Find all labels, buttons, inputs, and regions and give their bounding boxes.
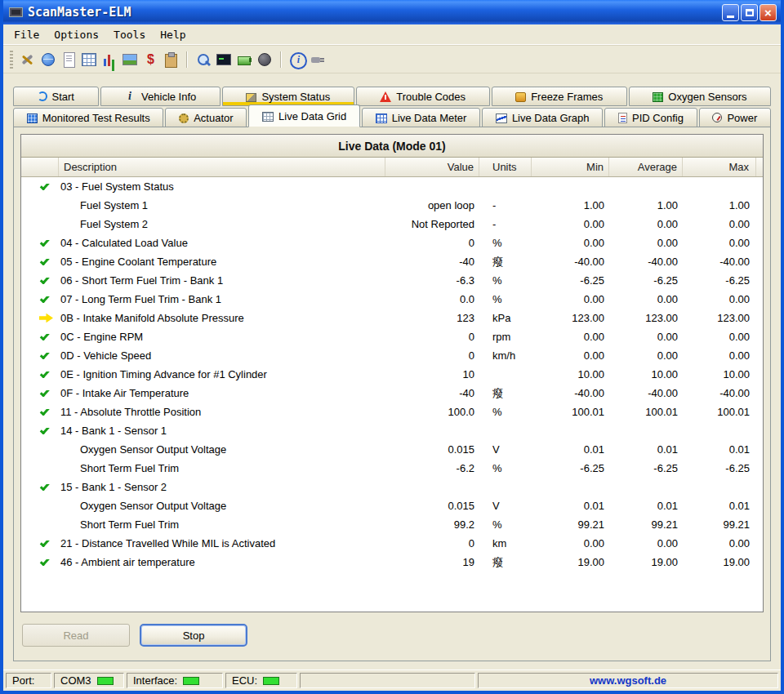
tab-power[interactable]: Power: [699, 108, 771, 127]
column-header-min[interactable]: Min: [532, 158, 609, 176]
tab-monitored-test-results[interactable]: Monitored Test Results: [13, 108, 163, 127]
data-row[interactable]: 11 - Absolute Throttle Position100.0%100…: [21, 403, 763, 421]
data-row[interactable]: 03 - Fuel System Status: [21, 177, 763, 196]
data-row[interactable]: 0E - Ignition Timing Advance for #1 Cyli…: [21, 365, 763, 384]
data-row[interactable]: 0B - Intake Manifold Absolute Pressure12…: [21, 309, 763, 327]
check-icon: [40, 184, 50, 190]
check-icon: [40, 240, 50, 247]
tab-system-status[interactable]: System Status: [222, 87, 354, 106]
port-value-cell: COM3: [54, 673, 124, 688]
data-row[interactable]: 15 - Bank 1 - Sensor 2: [21, 478, 763, 496]
tab-row-2: Monitored Test ResultsActuatorLive Data …: [13, 106, 771, 127]
titlebar[interactable]: ScanMaster-ELM ×: [3, 0, 781, 24]
data-row[interactable]: 05 - Engine Coolant Temperature-40癈-40.0…: [21, 252, 763, 271]
website-link[interactable]: www.wgsoft.de: [590, 674, 666, 687]
data-row[interactable]: 0D - Vehicle Speed0km/h0.000.000.00: [21, 346, 763, 365]
close-button[interactable]: ×: [760, 4, 777, 21]
description-cell: 03 - Fuel System Status: [59, 180, 385, 193]
clipboard-icon[interactable]: [162, 51, 180, 69]
offline-globe-icon[interactable]: [256, 51, 274, 69]
min-cell: -6.25: [532, 274, 609, 287]
min-cell: 0.00: [532, 237, 609, 249]
monitored-tests-icon: [27, 113, 38, 123]
tab-live-data-meter[interactable]: Live Data Meter: [362, 108, 480, 127]
column-header-description[interactable]: Description: [59, 158, 385, 176]
average-cell: 10.00: [609, 368, 683, 380]
search-icon[interactable]: [194, 51, 212, 69]
tab-live-data-grid[interactable]: Live Data Grid: [248, 105, 360, 127]
units-cell: km/h: [479, 349, 532, 362]
data-row[interactable]: Oxygen Sensor Output Voltage0.015V0.010.…: [21, 440, 763, 459]
tab-trouble-codes[interactable]: Trouble Codes: [356, 87, 490, 106]
minimize-button[interactable]: [722, 4, 739, 21]
max-cell: 0.00: [683, 237, 756, 249]
tab-pid-config[interactable]: PID Config: [604, 108, 697, 127]
average-cell: -6.25: [609, 462, 683, 474]
data-row[interactable]: Short Term Fuel Trim-6.2%-6.25-6.25-6.25: [21, 459, 763, 478]
min-cell: 0.00: [532, 537, 609, 549]
plug-icon[interactable]: [309, 51, 327, 69]
data-row[interactable]: 0C - Engine RPM0rpm0.000.000.00: [21, 327, 763, 346]
stop-button[interactable]: Stop: [140, 624, 247, 647]
value-cell: -40: [385, 387, 479, 399]
menu-tools[interactable]: Tools: [106, 26, 153, 43]
tab-vehicle-info[interactable]: Vehicle Info: [100, 87, 220, 106]
chart-icon[interactable]: [100, 51, 118, 69]
value-cell: 0.015: [385, 443, 479, 456]
row-status-cell: [21, 259, 59, 265]
tab-start[interactable]: Start: [13, 87, 99, 106]
current-row-arrow-icon: [39, 313, 53, 323]
data-row[interactable]: 46 - Ambient air temperature19癈19.0019.0…: [21, 553, 763, 572]
column-header-icon[interactable]: [21, 158, 59, 176]
data-table-icon[interactable]: [80, 51, 98, 69]
terminal-icon[interactable]: [215, 51, 233, 69]
tab-freeze-frames[interactable]: Freeze Frames: [492, 87, 627, 106]
max-cell: 0.00: [683, 331, 756, 343]
info-icon[interactable]: [288, 51, 306, 69]
battery-icon[interactable]: [235, 51, 253, 69]
value-cell: 19: [385, 556, 479, 568]
column-header-average[interactable]: Average: [609, 158, 683, 176]
data-row[interactable]: Short Term Fuel Trim99.2%99.2199.2199.21: [21, 515, 763, 534]
menu-file[interactable]: File: [7, 26, 47, 43]
menu-help[interactable]: Help: [153, 26, 193, 43]
license-icon[interactable]: [141, 51, 159, 69]
tab-label: Live Data Graph: [512, 112, 590, 124]
check-icon: [40, 371, 50, 378]
menu-options[interactable]: Options: [47, 26, 106, 43]
units-cell: V: [479, 443, 532, 456]
toolbar-grip[interactable]: [10, 51, 13, 69]
tools-icon[interactable]: [19, 51, 37, 69]
data-row[interactable]: Fuel System 1open loop-1.001.001.00: [21, 196, 763, 215]
data-row[interactable]: 06 - Short Term Fuel Trim - Bank 1-6.3%-…: [21, 271, 763, 290]
data-row[interactable]: 0F - Intake Air Temperature-40癈-40.00-40…: [21, 384, 763, 403]
row-status-cell: [21, 334, 59, 340]
data-row[interactable]: 21 - Distance Travelled While MIL is Act…: [21, 534, 763, 553]
max-cell: 0.00: [683, 349, 756, 362]
check-icon: [40, 409, 50, 416]
tab-oxygen-sensors[interactable]: Oxygen Sensors: [629, 87, 771, 106]
column-header-units[interactable]: Units: [479, 158, 532, 176]
value-cell: -6.2: [385, 462, 479, 474]
min-cell: 19.00: [532, 556, 609, 568]
report-icon[interactable]: [60, 51, 78, 69]
maximize-button[interactable]: [741, 4, 758, 21]
image-icon[interactable]: [121, 51, 139, 69]
data-row[interactable]: 04 - Calculated Load Value0%0.000.000.00: [21, 234, 763, 252]
units-cell: %: [479, 237, 532, 249]
tab-actuator[interactable]: Actuator: [165, 108, 247, 127]
column-header-max[interactable]: Max: [683, 158, 756, 176]
data-row[interactable]: Oxygen Sensor Output Voltage0.015V0.010.…: [21, 496, 763, 515]
read-button[interactable]: Read: [22, 624, 130, 647]
data-row[interactable]: 07 - Long Term Fuel Trim - Bank 10.0%0.0…: [21, 290, 763, 309]
column-header-value[interactable]: Value: [385, 158, 479, 176]
units-cell: 癈: [479, 386, 532, 401]
data-row[interactable]: Fuel System 2Not Reported-0.000.000.00: [21, 215, 763, 234]
average-cell: 0.00: [609, 237, 683, 249]
data-row[interactable]: 14 - Bank 1 - Sensor 1: [21, 421, 763, 440]
tab-live-data-graph[interactable]: Live Data Graph: [482, 108, 603, 127]
live-data-grid: Live Data (Mode 01) DescriptionValueUnit…: [20, 134, 764, 612]
average-cell: 123.00: [609, 312, 683, 324]
connect-globe-icon[interactable]: [39, 51, 57, 69]
max-cell: -40.00: [683, 387, 756, 399]
